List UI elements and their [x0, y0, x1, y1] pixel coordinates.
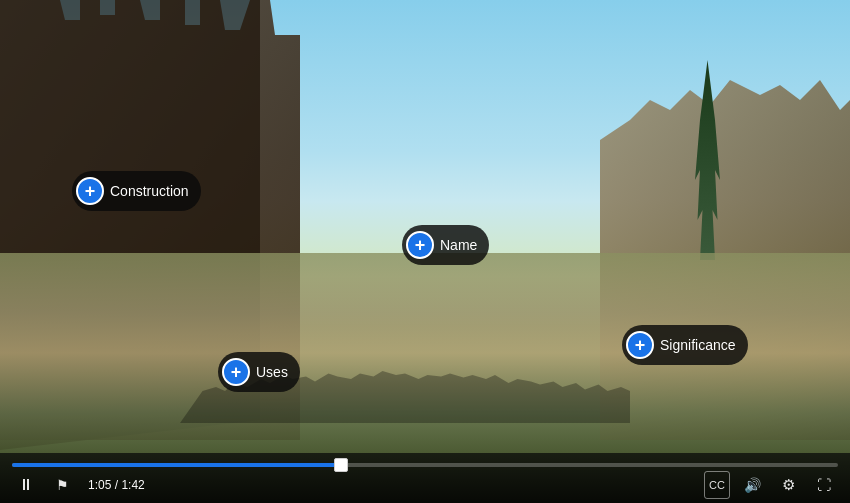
time-separator: /	[111, 478, 121, 492]
hotspot-uses-label: Uses	[256, 364, 288, 380]
hotspot-uses-icon: +	[222, 358, 250, 386]
hotspot-name[interactable]: + Name	[402, 225, 489, 265]
time-total: 1:42	[121, 478, 144, 492]
pause-button[interactable]: ⏸	[12, 471, 40, 499]
bookmark-button[interactable]: ⚑	[48, 471, 76, 499]
settings-button[interactable]: ⚙	[774, 471, 802, 499]
controls-row: ⏸ ⚑ 1:05 / 1:42 CC 🔊 ⚙ ⛶	[12, 467, 838, 503]
controls-bar: ⏸ ⚑ 1:05 / 1:42 CC 🔊 ⚙ ⛶	[0, 453, 850, 503]
hotspot-name-label: Name	[440, 237, 477, 253]
progress-fill	[12, 463, 341, 467]
hotspot-construction[interactable]: + Construction	[72, 171, 201, 211]
progress-thumb[interactable]	[334, 458, 348, 472]
hotspot-significance-icon: +	[626, 331, 654, 359]
progress-track[interactable]	[12, 463, 838, 467]
captions-button[interactable]: CC	[704, 471, 730, 499]
video-player: + Construction + Name + Uses + Significa…	[0, 0, 850, 503]
hotspot-significance-label: Significance	[660, 337, 736, 353]
hotspot-significance[interactable]: + Significance	[622, 325, 748, 365]
hotspot-construction-label: Construction	[110, 183, 189, 199]
fullscreen-button[interactable]: ⛶	[810, 471, 838, 499]
hotspot-name-icon: +	[406, 231, 434, 259]
time-display: 1:05 / 1:42	[88, 478, 145, 492]
hotspot-uses[interactable]: + Uses	[218, 352, 300, 392]
volume-button[interactable]: 🔊	[738, 471, 766, 499]
time-current: 1:05	[88, 478, 111, 492]
hotspot-construction-icon: +	[76, 177, 104, 205]
